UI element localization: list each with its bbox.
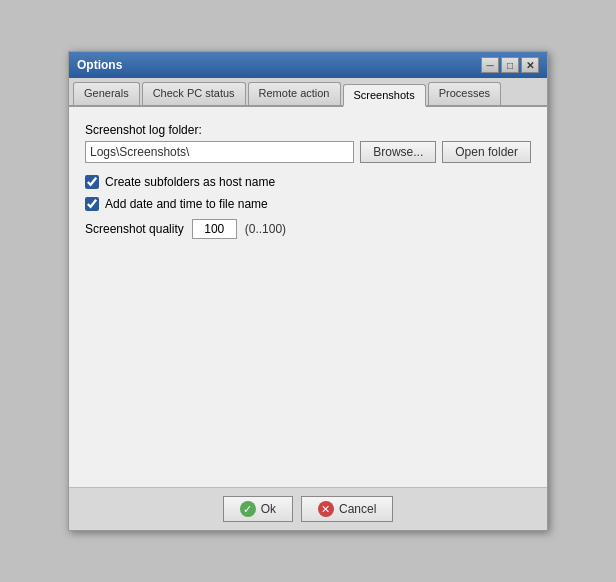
title-controls: ─ □ ✕ <box>481 57 539 73</box>
ok-button[interactable]: ✓ Ok <box>223 496 293 522</box>
ok-icon: ✓ <box>240 501 256 517</box>
ok-label: Ok <box>261 502 276 516</box>
cancel-icon: ✕ <box>318 501 334 517</box>
maximize-button[interactable]: □ <box>501 57 519 73</box>
checkbox-subfolders-row: Create subfolders as host name <box>85 175 531 189</box>
tab-check-pc-status[interactable]: Check PC status <box>142 82 246 105</box>
tab-generals[interactable]: Generals <box>73 82 140 105</box>
tab-processes[interactable]: Processes <box>428 82 501 105</box>
checkbox-subfolders-label[interactable]: Create subfolders as host name <box>105 175 275 189</box>
browse-button[interactable]: Browse... <box>360 141 436 163</box>
options-window: Options ─ □ ✕ Generals Check PC status R… <box>68 51 548 531</box>
checkbox-subfolders[interactable] <box>85 175 99 189</box>
tab-screenshots[interactable]: Screenshots <box>343 84 426 107</box>
close-button[interactable]: ✕ <box>521 57 539 73</box>
tab-bar: Generals Check PC status Remote action S… <box>69 78 547 107</box>
footer: ✓ Ok ✕ Cancel <box>69 487 547 530</box>
cancel-label: Cancel <box>339 502 376 516</box>
quality-range: (0..100) <box>245 222 286 236</box>
folder-input[interactable] <box>85 141 354 163</box>
content-area: Screenshot log folder: Browse... Open fo… <box>69 107 547 487</box>
open-folder-button[interactable]: Open folder <box>442 141 531 163</box>
quality-row: Screenshot quality (0..100) <box>85 219 531 239</box>
folder-row: Browse... Open folder <box>85 141 531 163</box>
tab-remote-action[interactable]: Remote action <box>248 82 341 105</box>
checkbox-datetime-row: Add date and time to file name <box>85 197 531 211</box>
folder-label: Screenshot log folder: <box>85 123 531 137</box>
quality-label: Screenshot quality <box>85 222 184 236</box>
window-title: Options <box>77 58 122 72</box>
cancel-button[interactable]: ✕ Cancel <box>301 496 393 522</box>
quality-input[interactable] <box>192 219 237 239</box>
title-bar: Options ─ □ ✕ <box>69 52 547 78</box>
minimize-button[interactable]: ─ <box>481 57 499 73</box>
checkbox-datetime-label[interactable]: Add date and time to file name <box>105 197 268 211</box>
checkbox-datetime[interactable] <box>85 197 99 211</box>
